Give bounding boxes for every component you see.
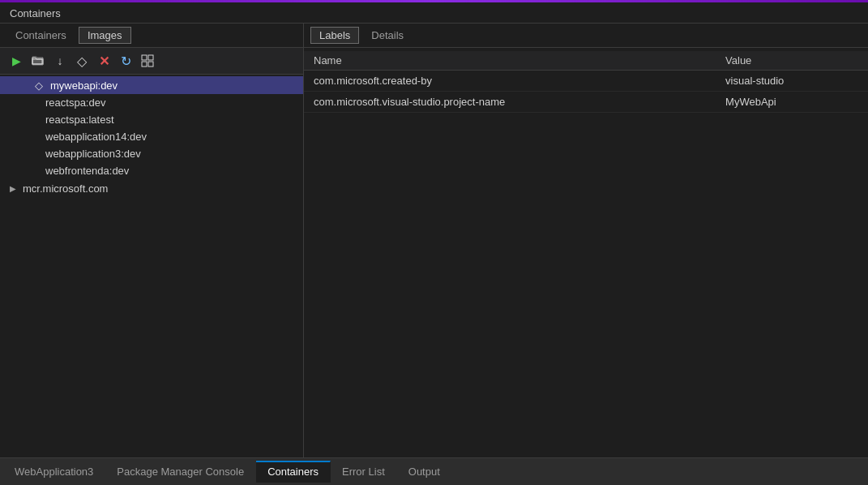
label-name-2: com.microsoft.visual-studio.project-name <box>304 92 716 113</box>
compose-button[interactable] <box>138 51 157 71</box>
refresh-button[interactable]: ↻ <box>116 51 135 71</box>
pull-button[interactable]: ↓ <box>50 51 70 71</box>
label-value-2: MyWebApi <box>716 92 868 113</box>
tab-labels[interactable]: Labels <box>310 27 359 44</box>
tab-images[interactable]: Images <box>79 27 131 44</box>
bottom-tab-error-list[interactable]: Error List <box>331 461 397 483</box>
expand-icon-mcr: ▶ <box>6 182 19 195</box>
item-label-mcr: mcr.microsoft.com <box>23 182 108 195</box>
item-label-reactspa-dev: reactspa:dev <box>45 97 105 109</box>
col-name-header: Name <box>304 51 716 71</box>
item-label-reactspa-latest: reactspa:latest <box>45 114 114 126</box>
toolbar: ▶ ↓ ◇ ✕ ↻ <box>0 48 303 75</box>
item-label-webapplication3: webapplication3:dev <box>45 148 141 160</box>
col-value-header: Value <box>716 51 868 71</box>
svg-rect-4 <box>148 62 153 67</box>
content-area: Containers Images ▶ ↓ ◇ ✕ ↻ <box>0 24 868 457</box>
panel-title: Containers <box>10 7 61 19</box>
bottom-tabbar: WebApplication3 Package Manager Console … <box>0 457 868 485</box>
bottom-tab-containers[interactable]: Containers <box>256 461 331 483</box>
bottom-tab-output[interactable]: Output <box>397 461 452 483</box>
tree-item-webfrontenda[interactable]: webfrontenda:dev <box>0 162 303 179</box>
bottom-tab-webapplication3[interactable]: WebApplication3 <box>3 461 105 483</box>
tree-item-webapplication3[interactable]: webapplication3:dev <box>0 145 303 162</box>
tree-item-mywebapi[interactable]: ◇ mywebapi:dev <box>0 76 303 94</box>
tree-item-webapplication14[interactable]: webapplication14:dev <box>0 128 303 145</box>
item-label-webapplication14: webapplication14:dev <box>45 131 147 143</box>
tree-item-reactspa-latest[interactable]: reactspa:latest <box>0 111 303 128</box>
svg-rect-1 <box>142 55 147 60</box>
label-name-1: com.microsoft.created-by <box>304 71 716 92</box>
table-row: com.microsoft.visual-studio.project-name… <box>304 92 868 113</box>
tree-item-mcr[interactable]: ▶ mcr.microsoft.com <box>0 179 303 197</box>
label-value-1: visual-studio <box>716 71 868 92</box>
item-label-mywebapi: mywebapi:dev <box>50 79 118 92</box>
run-button[interactable]: ▶ <box>6 51 26 71</box>
svg-rect-3 <box>142 62 147 67</box>
panel-header: Containers <box>0 2 868 24</box>
tab-containers[interactable]: Containers <box>6 27 75 44</box>
bottom-tab-package-manager-console[interactable]: Package Manager Console <box>105 461 256 483</box>
remove-button[interactable]: ✕ <box>94 51 113 71</box>
left-tab-row: Containers Images <box>0 24 303 48</box>
labels-table: Name Value com.microsoft.created-by visu… <box>304 51 868 113</box>
tree-item-reactspa-dev[interactable]: reactspa:dev <box>0 94 303 111</box>
right-tab-row: Labels Details <box>304 24 868 48</box>
main-content: Containers Containers Images ▶ <box>0 2 868 485</box>
tag-button[interactable]: ◇ <box>72 51 92 71</box>
table-row: com.microsoft.created-by visual-studio <box>304 71 868 92</box>
tree-list: ◇ mywebapi:dev reactspa:dev reactspa:lat… <box>0 75 303 457</box>
right-pane: Labels Details Name Value com.microsoft.… <box>304 24 868 457</box>
open-folder-button[interactable] <box>28 51 48 71</box>
left-pane: Containers Images ▶ ↓ ◇ ✕ ↻ <box>0 24 304 457</box>
diamond-icon: ◇ <box>32 79 45 92</box>
tab-details[interactable]: Details <box>362 27 413 44</box>
svg-rect-2 <box>148 55 153 60</box>
item-label-webfrontenda: webfrontenda:dev <box>45 165 129 177</box>
right-content: Name Value com.microsoft.created-by visu… <box>304 48 868 457</box>
